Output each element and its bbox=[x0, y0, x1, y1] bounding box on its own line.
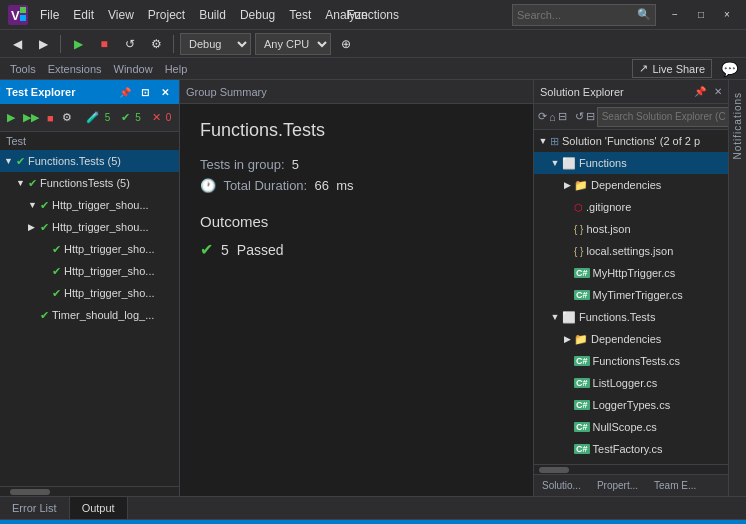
sol-item-nullscope[interactable]: C# NullScope.cs bbox=[534, 416, 728, 438]
search-box[interactable]: 🔍 bbox=[512, 4, 656, 26]
tree-item-1[interactable]: ▼ ✔ FunctionsTests (5) bbox=[0, 172, 179, 194]
close-button[interactable]: × bbox=[716, 4, 738, 26]
live-share-button[interactable]: ↗ Live Share bbox=[632, 59, 712, 78]
run-all-tests-button[interactable]: ▶ bbox=[4, 107, 18, 129]
sol-btab-team[interactable]: Team E... bbox=[646, 475, 704, 496]
tab-output[interactable]: Output bbox=[70, 497, 128, 519]
outcome-check-icon: ✔ bbox=[200, 240, 213, 259]
sol-btab-properties[interactable]: Propert... bbox=[589, 475, 646, 496]
sol-collapse-btn[interactable]: ⊟ bbox=[586, 107, 595, 127]
h-scrollbar-test[interactable] bbox=[0, 486, 179, 496]
sol-label-hostjson: host.json bbox=[586, 223, 630, 235]
sol-home-btn[interactable]: ⌂ bbox=[549, 107, 556, 127]
sol-sync-btn[interactable]: ⟳ bbox=[538, 107, 547, 127]
sol-pin-icon[interactable]: 📌 bbox=[694, 86, 706, 97]
search-input[interactable] bbox=[517, 9, 637, 21]
sol-btab-solution[interactable]: Solutio... bbox=[534, 475, 589, 496]
arrow-1: ▼ bbox=[16, 178, 28, 188]
float-icon[interactable]: ⊡ bbox=[137, 84, 153, 100]
sol-filter-btn[interactable]: ⊟ bbox=[558, 107, 567, 127]
sol-item-testfactory[interactable]: C# TestFactory.cs bbox=[534, 438, 728, 460]
sol-item-funcstests-cs[interactable]: C# FunctionsTests.cs bbox=[534, 350, 728, 372]
sol-item-deps1[interactable]: ▶ 📁 Dependencies bbox=[534, 174, 728, 196]
tree-item-0[interactable]: ▼ ✔ Functions.Tests (5) bbox=[0, 150, 179, 172]
sol-item-loggertypes[interactable]: C# LoggerTypes.cs bbox=[534, 394, 728, 416]
stop-tests-button[interactable]: ■ bbox=[44, 107, 57, 129]
close-panel-icon[interactable]: ✕ bbox=[157, 84, 173, 100]
svg-text:V: V bbox=[11, 8, 20, 23]
tree-item-7[interactable]: ✔ Timer_should_log_... bbox=[0, 304, 179, 326]
tree-label-4: Http_trigger_sho... bbox=[64, 243, 155, 255]
sol-item-httptrigger[interactable]: C# MyHttpTrigger.cs bbox=[534, 262, 728, 284]
sol-item-deps2[interactable]: ▶ 📁 Dependencies bbox=[534, 328, 728, 350]
sol-item-funcstests[interactable]: ▼ ⬜ Functions.Tests bbox=[534, 306, 728, 328]
menu-help[interactable]: Help bbox=[161, 63, 192, 75]
test-explorer-panel: Test Explorer 📌 ⊡ ✕ ▶ ▶▶ ■ ⚙ 🧪 5 ✔ 5 ✕ 0… bbox=[0, 80, 180, 496]
svg-rect-3 bbox=[20, 15, 26, 21]
minimize-button[interactable]: − bbox=[664, 4, 686, 26]
run-selected-button[interactable]: ▶▶ bbox=[20, 107, 42, 129]
sol-refresh-btn[interactable]: ↺ bbox=[575, 107, 584, 127]
sol-item-listlogger[interactable]: C# ListLogger.cs bbox=[534, 372, 728, 394]
sol-item-gitignore[interactable]: ⬡ .gitignore bbox=[534, 196, 728, 218]
sol-item-localsettings[interactable]: { } local.settings.json bbox=[534, 240, 728, 262]
live-share-label: Live Share bbox=[652, 63, 705, 75]
separator-1 bbox=[60, 35, 61, 53]
tree-item-6[interactable]: ✔ Http_trigger_sho... bbox=[0, 282, 179, 304]
feedback-button[interactable]: 💬 bbox=[718, 58, 740, 80]
sol-h-scrollbar[interactable] bbox=[534, 464, 728, 474]
sol-label-timertrigger: MyTimerTrigger.cs bbox=[593, 289, 683, 301]
tree-item-3[interactable]: ▶ ✔ Http_trigger_shou... bbox=[0, 216, 179, 238]
menu-tools[interactable]: Tools bbox=[6, 63, 40, 75]
menu-project[interactable]: Project bbox=[142, 5, 191, 25]
gs-duration: 🕐 Total Duration: 66 ms bbox=[200, 178, 513, 193]
pin-icon[interactable]: 📌 bbox=[117, 84, 133, 100]
menu-build[interactable]: Build bbox=[193, 5, 232, 25]
config-dropdown[interactable]: Debug Release bbox=[180, 33, 251, 55]
stop-button[interactable]: ■ bbox=[93, 33, 115, 55]
solution-search-input[interactable] bbox=[597, 107, 734, 127]
sol-h-scroll-thumb bbox=[539, 467, 569, 473]
toolbar-btn-attach[interactable]: ⚙ bbox=[145, 33, 167, 55]
bottom-tabs: Error List Output bbox=[0, 496, 746, 520]
tree-item-5[interactable]: ✔ Http_trigger_sho... bbox=[0, 260, 179, 282]
menu-edit[interactable]: Edit bbox=[67, 5, 100, 25]
live-share-area: ↗ Live Share 💬 bbox=[632, 58, 740, 80]
solution-explorer-title: Solution Explorer bbox=[540, 86, 624, 98]
sol-arrow-funcstests: ▼ bbox=[548, 312, 562, 322]
tree-item-4[interactable]: ✔ Http_trigger_sho... bbox=[0, 238, 179, 260]
debug-tests-button[interactable]: ⚙ bbox=[59, 107, 75, 129]
menu-extensions[interactable]: Extensions bbox=[44, 63, 106, 75]
restart-button[interactable]: ↺ bbox=[119, 33, 141, 55]
sol-arrow-deps1: ▶ bbox=[560, 180, 574, 190]
menu-test[interactable]: Test bbox=[283, 5, 317, 25]
search-icon: 🔍 bbox=[637, 8, 651, 21]
cs-icon-funcstests: C# bbox=[574, 356, 590, 366]
tab-error-list[interactable]: Error List bbox=[0, 497, 70, 519]
outcomes-title: Outcomes bbox=[200, 213, 513, 230]
platform-dropdown[interactable]: Any CPU x86 x64 bbox=[255, 33, 331, 55]
forward-button[interactable]: ▶ bbox=[32, 33, 54, 55]
sol-item-functions[interactable]: ▼ ⬜ Functions bbox=[534, 152, 728, 174]
flask-count: 5 bbox=[105, 112, 111, 123]
sol-label-testfactory: TestFactory.cs bbox=[593, 443, 663, 455]
toolbar-more[interactable]: ⊕ bbox=[335, 33, 357, 55]
menu-file[interactable]: File bbox=[34, 5, 65, 25]
menu-debug[interactable]: Debug bbox=[234, 5, 281, 25]
check-5: ✔ bbox=[52, 265, 61, 278]
sol-item-solution[interactable]: ▼ ⊞ Solution 'Functions' (2 of 2 p bbox=[534, 130, 728, 152]
toolbar-row-1: ◀ ▶ ▶ ■ ↺ ⚙ Debug Release Any CPU x86 x6… bbox=[0, 30, 746, 58]
sol-label-localsettings: local.settings.json bbox=[586, 245, 673, 257]
run-button[interactable]: ▶ bbox=[67, 33, 89, 55]
maximize-button[interactable]: □ bbox=[690, 4, 712, 26]
gs-duration-label: Total Duration: bbox=[223, 178, 307, 193]
sol-item-hostjson[interactable]: { } host.json bbox=[534, 218, 728, 240]
sol-close-icon[interactable]: ✕ bbox=[714, 86, 722, 97]
menu-window[interactable]: Window bbox=[110, 63, 157, 75]
tree-item-2[interactable]: ▼ ✔ Http_trigger_shou... bbox=[0, 194, 179, 216]
h-scroll-thumb-test bbox=[10, 489, 50, 495]
sol-item-timertrigger[interactable]: C# MyTimerTrigger.cs bbox=[534, 284, 728, 306]
menu-view[interactable]: View bbox=[102, 5, 140, 25]
sol-label-httptrigger: MyHttpTrigger.cs bbox=[593, 267, 676, 279]
back-button[interactable]: ◀ bbox=[6, 33, 28, 55]
